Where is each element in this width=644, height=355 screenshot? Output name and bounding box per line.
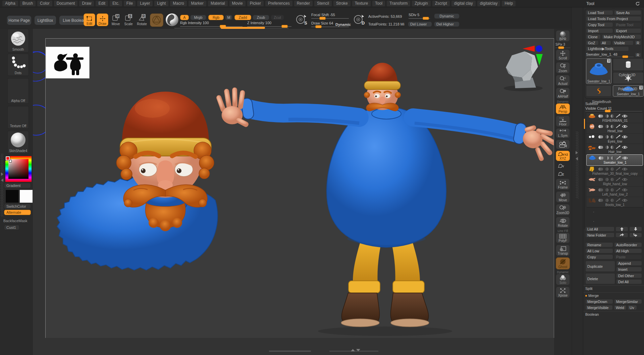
home-page-button[interactable]: Home Page	[7, 15, 32, 25]
strip-scroll-button[interactable]: Scroll	[556, 49, 570, 61]
insert-button[interactable]: Insert	[616, 267, 642, 272]
menu-item-color[interactable]: Color	[37, 0, 53, 7]
polypaint-toggle[interactable]	[598, 156, 604, 160]
menu-item-draw[interactable]: Draw	[79, 0, 94, 7]
anchor-toggle[interactable]: A	[180, 15, 189, 20]
menu-item-transform[interactable]: Transform	[386, 0, 411, 7]
uv-toggle[interactable]	[605, 198, 609, 202]
dynamic-draw-size-label[interactable]: Dynamic	[335, 22, 351, 27]
canvas-thumbnail-minimap[interactable]	[46, 47, 89, 78]
uv-toggle[interactable]	[605, 145, 609, 149]
mergesimilar-button[interactable]: MergeSimilar	[614, 299, 642, 304]
hue-cursor[interactable]	[6, 156, 10, 160]
canvas-hscroll-segment[interactable]	[269, 351, 311, 352]
spix-slider[interactable]: SPix 3	[555, 43, 570, 48]
visibility-eye-icon[interactable]	[622, 198, 628, 202]
menu-item-document[interactable]: Document	[54, 0, 78, 7]
menu-item-brush[interactable]: Brush	[19, 0, 36, 7]
load-tools-from-project-button[interactable]: Load Tools From Project	[586, 16, 641, 21]
shade-toggle[interactable]	[610, 114, 614, 118]
del-lower-button[interactable]: Del Lower	[408, 21, 432, 27]
export-button[interactable]: Export	[614, 28, 641, 33]
subtool-row-head_low[interactable]: Head_low	[586, 123, 643, 134]
polypaint-toggle[interactable]	[598, 114, 604, 118]
move-button[interactable]: M Move	[110, 13, 122, 27]
strip-camera-button[interactable]	[556, 140, 570, 149]
edit-button[interactable]: Edit	[84, 13, 95, 26]
polypaint-toggle[interactable]	[598, 188, 604, 192]
stroke-selector[interactable]: Dots	[7, 54, 29, 76]
switch-color-button[interactable]: SwitchColor	[4, 204, 31, 209]
document-canvas[interactable]	[45, 38, 554, 338]
strip-solo-button[interactable]: Solo	[556, 274, 570, 285]
strip-bpr-button[interactable]: BPR	[556, 30, 570, 42]
visibility-eye-icon[interactable]	[622, 156, 628, 160]
m-toggle[interactable]: M	[225, 15, 232, 20]
mergedown-button[interactable]: MergeDown	[585, 299, 613, 304]
shelf-collapse-arrow[interactable]	[1, 179, 3, 182]
rgb-toggle[interactable]: Rgb	[208, 15, 224, 20]
shade-toggle[interactable]	[610, 156, 615, 160]
cylinder3d-tool[interactable]	[613, 58, 644, 71]
lightbox-tools-button[interactable]: Lightbox▶Tools	[586, 46, 629, 51]
menu-item-alpha[interactable]: Alpha	[2, 0, 18, 7]
subtool-row-fisherman_01[interactable]: FISHERMAN_01	[586, 113, 643, 123]
canvas-scroll-up-arrow[interactable]	[351, 349, 355, 351]
menu-item-material[interactable]: Material	[208, 0, 228, 7]
alpha-selector[interactable]: Alpha Off	[7, 78, 29, 104]
menu-item-preferences[interactable]: Preferences	[265, 0, 293, 7]
active-tool-thumbnail[interactable]: 9 Sweater_low_1	[586, 58, 611, 84]
sculpt-brush-icon[interactable]	[615, 167, 621, 171]
backface-mask-button[interactable]: BackfaceMask	[3, 219, 28, 223]
all-high-button[interactable]: All High	[614, 248, 642, 253]
shade-toggle[interactable]	[610, 135, 614, 139]
strip-xpose-button[interactable]: Xpose	[556, 287, 570, 298]
rename-button[interactable]: Rename	[585, 242, 613, 247]
tool-r-button[interactable]: R	[635, 52, 641, 57]
shade-toggle[interactable]	[610, 188, 614, 192]
shade-toggle[interactable]	[610, 124, 614, 129]
mrgb-toggle[interactable]: Mrgb	[190, 15, 206, 20]
polypaint-toggle[interactable]	[598, 178, 604, 182]
clone-button[interactable]: Clone	[586, 34, 601, 39]
save-as-button[interactable]: Save As	[614, 10, 641, 15]
strip-ghost-button[interactable]: Ghost	[556, 257, 570, 269]
subtool-row-eyes_low[interactable]: Eyes_low	[586, 134, 643, 144]
sculpt-brush-icon[interactable]	[615, 178, 621, 182]
strip-floor-button[interactable]: x y zFloor	[556, 115, 570, 127]
menu-item-stencil[interactable]: Stencil	[314, 0, 332, 7]
menu-item-edit[interactable]: Edit	[95, 0, 108, 7]
paste-tool-button[interactable]: Paste Tool	[614, 22, 641, 27]
cust1-button[interactable]: Cust1	[4, 225, 19, 230]
draw-button[interactable]: Draw	[97, 13, 108, 26]
canvas-scroll-down-arrow[interactable]	[356, 349, 360, 351]
paste-subtool-button[interactable]: Paste	[614, 254, 642, 259]
uv-button[interactable]: Uv	[628, 305, 637, 310]
uv-toggle[interactable]	[605, 167, 609, 171]
visibility-eye-icon[interactable]	[622, 167, 628, 171]
shade-toggle[interactable]	[610, 178, 614, 182]
menu-item-tool[interactable]: Tool	[372, 0, 385, 7]
tool-panel-reset-icon[interactable]	[635, 1, 640, 6]
strip-polyf-button[interactable]: PolyF	[556, 233, 570, 243]
make-polymesh3d-button[interactable]: Make PolyMesh3D	[602, 34, 641, 39]
scale-button[interactable]: S Scale	[122, 13, 135, 27]
simplebrush-tool[interactable]	[586, 85, 611, 97]
delete-button[interactable]: Delete	[585, 273, 615, 284]
strip-spin-button[interactable]: Y	[556, 162, 570, 169]
subtool-row-sweater_low_1[interactable]: Sweater_low_1	[586, 154, 643, 166]
menu-item-macro[interactable]: Macro	[170, 0, 187, 7]
menu-item-help[interactable]: Help	[501, 0, 516, 7]
visibility-eye-icon[interactable]	[622, 188, 628, 192]
append-button[interactable]: Append	[616, 261, 642, 266]
shade-toggle[interactable]	[610, 198, 614, 202]
menu-item-render[interactable]: Render	[294, 0, 313, 7]
subtool-down-button[interactable]	[629, 226, 642, 232]
del-other-button[interactable]: Del Other	[616, 273, 642, 278]
subtool-row-hair_low[interactable]: Hair_low	[586, 144, 643, 154]
subtool-row-right_hand_low[interactable]: Right_hand_low	[586, 176, 643, 187]
visibility-eye-icon[interactable]	[622, 124, 628, 129]
menu-item-layer[interactable]: Layer	[137, 0, 153, 7]
goz-r-button[interactable]: R	[635, 40, 641, 45]
strip-actual-button[interactable]: x1Actual	[556, 75, 570, 86]
